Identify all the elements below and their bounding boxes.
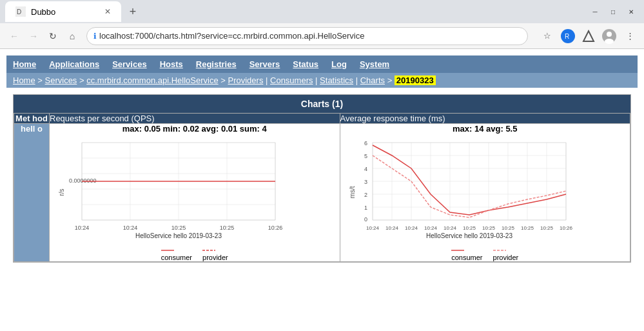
page-content: Home Applications Services Hosts Registr… [0,49,644,331]
qps-chart-svg: r/s 0.0000000 10:24 10:24 10:25 10:25 10… [50,136,288,246]
new-tab-button[interactable]: + [124,3,142,21]
svg-text:10:25: 10:25 [462,225,476,231]
nav-arrows: ← → ↻ ⌂ [5,27,81,45]
svg-text:1: 1 [364,205,367,211]
window-controls: ─ □ ✕ [587,4,639,19]
art-header: Average response time (ms) [340,114,630,124]
extension-icon[interactable] [580,27,598,45]
nav-applications[interactable]: Applications [49,59,99,69]
breadcrumb-current: 20190323 [395,75,436,85]
qps-stats: max: 0.05 min: 0.02 avg: 0.01 sum: 4 [50,124,340,134]
forward-button[interactable]: → [24,27,43,45]
svg-text:10:25: 10:25 [220,225,235,231]
svg-point-6 [607,32,612,37]
breadcrumb-statistics[interactable]: Statistics [320,75,353,85]
art-chart-cell: max: 14 avg: 5.5 [340,124,630,262]
tab-title: Dubbo [31,7,55,17]
svg-point-7 [605,39,614,44]
art-chart-container: ms/t 6 5 4 3 2 1 0 [340,136,630,261]
breadcrumb-services[interactable]: Services [45,75,77,85]
breadcrumb-service-name[interactable]: cc.mrbird.common.api.HelloService [86,75,218,85]
tab-close-button[interactable]: ✕ [104,7,111,16]
svg-text:10:24: 10:24 [424,225,437,231]
bookmark-icon[interactable]: ☆ [538,27,556,45]
browser-frame: D Dubbo ✕ + ─ □ ✕ ← → ↻ ⌂ ℹ localhost:70… [0,0,644,331]
app-nav-links: Home Applications Services Hosts Registr… [13,59,631,69]
nav-bar: ← → ↻ ⌂ ℹ localhost:7000/charts.html?ser… [0,23,644,49]
nav-registries[interactable]: Registries [196,59,237,69]
url-text: localhost:7000/charts.html?service=cc.mr… [99,31,364,41]
svg-text:10:24: 10:24 [123,225,138,231]
art-stats: max: 14 avg: 5.5 [340,124,630,134]
breadcrumb-consumers[interactable]: Consumers [270,75,313,85]
lock-icon: ℹ [93,32,97,41]
method-cell: hell o [14,124,50,262]
svg-text:R: R [565,33,569,40]
qps-chart-cell: max: 0.05 min: 0.02 avg: 0.01 sum: 4 [50,124,340,262]
nav-home[interactable]: Home [13,59,36,69]
maximize-button[interactable]: □ [605,4,621,19]
svg-marker-4 [583,31,594,41]
svg-text:HelloService hello  2019-03-23: HelloService hello 2019-03-23 [135,232,222,239]
profile-icon[interactable]: R [559,27,577,45]
svg-text:10:24: 10:24 [443,225,456,231]
breadcrumb-providers[interactable]: Providers [228,75,263,85]
qps-legend-consumer: consumer [161,247,192,261]
svg-text:r/s: r/s [58,188,65,196]
svg-text:10:25: 10:25 [540,225,553,231]
breadcrumb-charts[interactable]: Charts [360,75,385,85]
svg-text:10:25: 10:25 [501,225,514,231]
art-legend-consumer: consumer [451,247,482,261]
section-title: Charts (1) [14,95,630,113]
svg-text:10:24: 10:24 [385,225,398,231]
back-button[interactable]: ← [5,27,23,45]
nav-servers[interactable]: Servers [249,59,280,69]
tab-favicon: D [15,6,26,17]
breadcrumb-home[interactable]: Home [13,75,35,85]
main-container: Charts (1) Met hod Requests per second (… [13,94,631,263]
app-nav: Home Applications Services Hosts Registr… [6,55,638,73]
svg-text:HelloService hello  2019-03-23: HelloService hello 2019-03-23 [426,232,512,239]
breadcrumb: Home > Services > cc.mrbird.common.api.H… [6,73,638,88]
qps-legend-provider: provider [202,247,228,261]
svg-text:6: 6 [364,140,367,146]
svg-text:3: 3 [364,179,367,185]
home-button[interactable]: ⌂ [63,27,81,45]
minimize-button[interactable]: ─ [587,4,603,19]
user-icon[interactable] [600,27,618,45]
qps-header: Requests per second (QPS) [50,114,340,124]
svg-text:10:25: 10:25 [520,225,534,231]
title-bar: D Dubbo ✕ + ─ □ ✕ [0,0,644,23]
menu-icon[interactable]: ⋮ [621,27,639,45]
svg-text:5: 5 [364,153,367,159]
nav-log[interactable]: Log [331,59,347,69]
method-header: Met hod [14,114,50,124]
svg-text:4: 4 [364,166,367,172]
svg-text:10:24: 10:24 [404,225,418,231]
art-chart-svg: ms/t 6 5 4 3 2 1 0 [340,136,579,246]
svg-text:0: 0 [364,216,367,223]
nav-services[interactable]: Services [112,59,147,69]
nav-hosts[interactable]: Hosts [160,59,183,69]
svg-text:D: D [17,8,21,15]
qps-legend: consumer provider [50,247,340,261]
svg-text:10:24: 10:24 [366,225,379,231]
nav-status[interactable]: Status [293,59,318,69]
charts-table: Met hod Requests per second (QPS) Averag… [14,113,630,262]
svg-text:10:24: 10:24 [75,225,90,231]
refresh-button[interactable]: ↻ [44,27,62,45]
nav-system[interactable]: System [360,59,389,69]
art-legend-provider: provider [493,247,519,261]
art-legend: consumer provider [340,247,630,261]
nav-icons: ☆ R ⋮ [538,27,639,45]
close-window-button[interactable]: ✕ [623,4,639,19]
svg-text:10:26: 10:26 [559,225,572,231]
svg-text:ms/t: ms/t [349,186,356,198]
qps-chart-container: r/s 0.0000000 10:24 10:24 10:25 10:25 10… [50,136,340,261]
svg-text:0.0000000: 0.0000000 [69,177,97,184]
address-bar[interactable]: ℹ localhost:7000/charts.html?service=cc.… [86,27,528,45]
svg-text:10:25: 10:25 [482,225,495,231]
svg-text:10:26: 10:26 [268,225,283,231]
browser-tab[interactable]: D Dubbo ✕ [5,1,121,22]
svg-text:10:25: 10:25 [171,225,186,231]
